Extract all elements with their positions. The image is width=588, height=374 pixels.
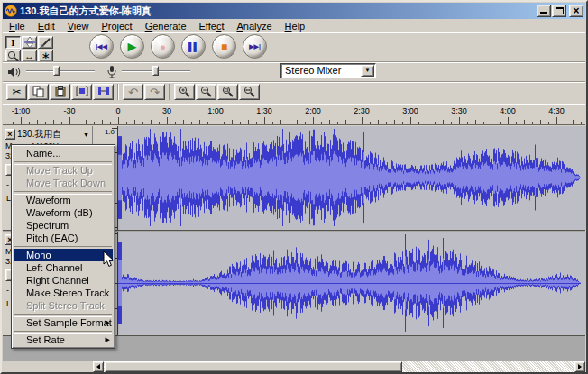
zoom-in-button[interactable] bbox=[174, 84, 195, 100]
ruler-tick bbox=[224, 122, 225, 124]
menu-edit[interactable]: Edit bbox=[32, 20, 61, 32]
maximize-button[interactable] bbox=[552, 5, 566, 17]
menu-generate[interactable]: Generate bbox=[139, 20, 193, 32]
paste-icon bbox=[55, 86, 66, 99]
output-volume-slider[interactable] bbox=[26, 67, 95, 77]
menu-item-right-channel[interactable]: Right Channel bbox=[14, 274, 113, 287]
scroll-left-button[interactable] bbox=[93, 361, 104, 372]
scroll-right-button[interactable] bbox=[574, 361, 585, 372]
ruler-label: 3:30 bbox=[446, 106, 473, 115]
record-button[interactable]: ● bbox=[151, 34, 175, 59]
zoom-out-button[interactable] bbox=[196, 84, 216, 100]
ruler-tick bbox=[167, 117, 168, 124]
draw-tool[interactable] bbox=[38, 36, 53, 49]
menu-item-label: Make Stereo Track bbox=[26, 287, 109, 298]
menu-item-split-stereo-track[interactable]: Split Stereo Track bbox=[14, 299, 113, 312]
mouse-cursor bbox=[103, 251, 115, 268]
title-bar[interactable]: 130.我自己的方式爱你-陈明真 × bbox=[3, 3, 585, 19]
pause-button[interactable]: ▌▌ bbox=[181, 34, 206, 59]
ruler-tick bbox=[492, 120, 492, 124]
skip-to-start-button[interactable]: |◀◀ bbox=[89, 34, 114, 59]
track-close-button[interactable]: × bbox=[5, 129, 15, 140]
silence-button[interactable] bbox=[93, 84, 114, 100]
microphone-icon bbox=[107, 66, 116, 78]
scrollbar-thumb[interactable] bbox=[105, 361, 402, 372]
dropdown-arrow-icon[interactable]: ▼ bbox=[361, 65, 374, 77]
fit-project-button[interactable] bbox=[239, 84, 260, 100]
paste-button[interactable] bbox=[50, 84, 70, 100]
menu-item-label: Set Sample Format bbox=[26, 317, 112, 328]
menu-item-set-sample-format[interactable]: Set Sample Format▶ bbox=[14, 316, 113, 329]
close-button[interactable]: × bbox=[569, 5, 583, 17]
menu-item-label: Set Rate bbox=[26, 334, 65, 345]
menu-effect[interactable]: Effect bbox=[193, 20, 231, 32]
undo-button[interactable]: ↶ bbox=[123, 84, 143, 100]
scroll-left-icon bbox=[94, 364, 100, 369]
menu-item-make-stereo-track[interactable]: Make Stereo Track bbox=[14, 287, 113, 299]
envelope-tool[interactable] bbox=[22, 36, 37, 49]
menu-item-move-track-down[interactable]: Move Track Down bbox=[14, 177, 113, 189]
minimize-button[interactable] bbox=[537, 5, 551, 17]
zoom-tool[interactable] bbox=[5, 50, 21, 62]
ruler-tick bbox=[443, 120, 444, 124]
selection-tool[interactable]: I bbox=[5, 36, 21, 49]
ruler-tick bbox=[313, 117, 314, 124]
menu-item-label: Pitch (EAC) bbox=[26, 233, 78, 243]
waveform-canvas[interactable] bbox=[118, 232, 587, 335]
ruler-tick bbox=[565, 122, 565, 124]
ruler-tick bbox=[256, 122, 257, 124]
track-title[interactable]: 130.我用自 bbox=[17, 128, 81, 141]
ruler-tick bbox=[362, 117, 363, 124]
menu-item-pitch-eac[interactable]: Pitch (EAC) bbox=[14, 232, 113, 244]
ruler-label: 0 bbox=[105, 106, 132, 115]
copy-button[interactable] bbox=[28, 84, 49, 100]
ruler-tick bbox=[500, 122, 501, 124]
redo-button[interactable]: ↷ bbox=[144, 84, 165, 100]
ruler-tick bbox=[183, 120, 184, 124]
timeline-ruler[interactable]: -1:00-300301:001:302:002:303:003:304:004… bbox=[3, 104, 585, 125]
menu-analyze[interactable]: Analyze bbox=[230, 20, 278, 32]
menu-file[interactable]: File bbox=[3, 20, 32, 32]
stop-button[interactable]: ■ bbox=[212, 34, 236, 59]
ruler-tick bbox=[151, 120, 152, 124]
minimize-icon bbox=[540, 6, 547, 14]
ruler-tick bbox=[321, 122, 322, 124]
submenu-arrow-icon: ▶ bbox=[106, 316, 110, 329]
pause-icon: ▌▌ bbox=[188, 42, 198, 51]
menu-item-move-track-up[interactable]: Move Track Up bbox=[14, 164, 113, 177]
record-icon: ● bbox=[160, 41, 166, 52]
menu-project[interactable]: Project bbox=[95, 20, 138, 32]
menu-item-left-channel[interactable]: Left Channel bbox=[14, 261, 113, 274]
input-volume-thumb[interactable] bbox=[152, 66, 159, 76]
play-button[interactable]: ▶ bbox=[120, 34, 144, 59]
menu-item-label: Left Channel bbox=[26, 262, 82, 273]
horizontal-scrollbar[interactable] bbox=[3, 361, 585, 372]
menu-item-name[interactable]: Name... bbox=[14, 147, 113, 160]
output-volume-thumb[interactable] bbox=[53, 66, 60, 76]
window-title: 130.我自己的方式爱你-陈明真 bbox=[20, 5, 533, 18]
input-source-select[interactable]: Stereo Mixer ▼ bbox=[280, 63, 376, 78]
menu-view[interactable]: View bbox=[61, 20, 96, 32]
ruler-tick bbox=[175, 122, 176, 124]
ruler-tick bbox=[126, 122, 127, 124]
menu-item-waveform[interactable]: Waveform bbox=[14, 194, 113, 206]
ruler-tick bbox=[354, 122, 354, 124]
skip-to-end-button[interactable]: ▶▶| bbox=[243, 34, 267, 59]
timeshift-tool[interactable]: ↔ bbox=[22, 50, 37, 62]
waveform-canvas[interactable] bbox=[118, 126, 587, 230]
fit-selection-button[interactable] bbox=[217, 84, 238, 100]
multi-tool[interactable]: ∗ bbox=[38, 50, 53, 62]
menu-help[interactable]: Help bbox=[279, 20, 312, 32]
cut-button[interactable]: ✂ bbox=[6, 84, 27, 100]
menu-item-set-rate[interactable]: Set Rate▶ bbox=[14, 333, 113, 346]
menu-item-waveform-db[interactable]: Waveform (dB) bbox=[14, 206, 113, 219]
track-menu-arrow-icon[interactable]: ▼ bbox=[83, 132, 90, 138]
trim-button[interactable] bbox=[71, 84, 92, 100]
ruler-label: 2:00 bbox=[299, 106, 326, 115]
menu-item-mono[interactable]: Mono bbox=[14, 249, 113, 261]
ruler-tick bbox=[37, 120, 38, 124]
menu-item-spectrum[interactable]: Spectrum bbox=[14, 219, 113, 232]
toolbar-group-separator bbox=[169, 84, 170, 100]
input-volume-slider[interactable] bbox=[122, 67, 190, 77]
maximize-icon bbox=[556, 7, 564, 14]
